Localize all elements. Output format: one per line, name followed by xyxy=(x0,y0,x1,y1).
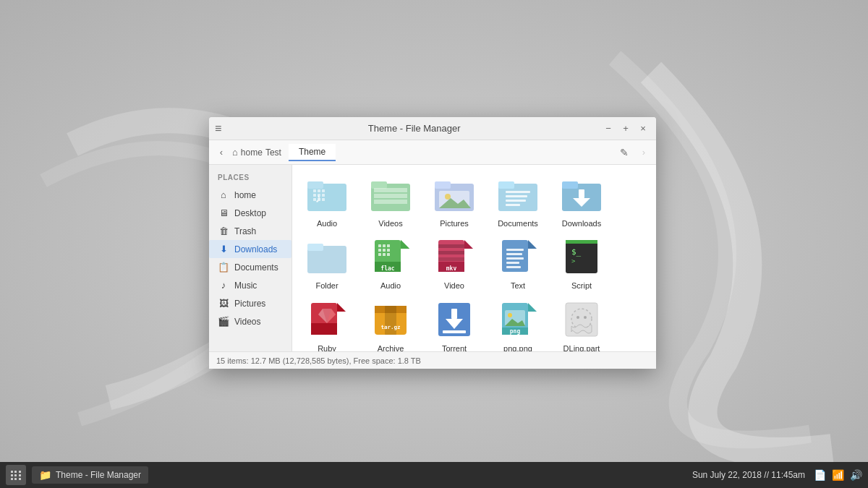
sidebar-item-home[interactable]: ⌂ home xyxy=(209,186,292,204)
downloads-folder-icon xyxy=(562,178,601,213)
svg-rect-47 xyxy=(383,253,386,256)
svg-rect-14 xyxy=(371,181,387,189)
file-item-downloads-folder[interactable]: Downloads xyxy=(550,171,613,233)
svg-rect-8 xyxy=(318,194,320,197)
file-item-png[interactable]: png png.png xyxy=(486,296,550,351)
svg-text:flac: flac xyxy=(380,265,394,272)
sidebar-item-label: Music xyxy=(234,281,257,291)
svg-rect-28 xyxy=(506,204,520,206)
close-button[interactable]: × xyxy=(636,121,650,136)
taskbar-left: 📁 Theme - File Manager xyxy=(6,465,148,485)
breadcrumb-home[interactable]: home xyxy=(241,147,263,158)
documents-folder-icon xyxy=(498,178,537,213)
sidebar-item-label: Downloads xyxy=(234,244,277,254)
sidebar-section-label: PLACES xyxy=(209,171,292,186)
file-label: Audio xyxy=(317,218,337,228)
svg-rect-9 xyxy=(322,194,325,197)
file-item-documents-folder[interactable]: Documents xyxy=(486,171,550,233)
file-label: Videos xyxy=(378,218,402,228)
home-icon: ⌂ xyxy=(218,189,229,200)
home-icon: ⌂ xyxy=(232,147,238,158)
sidebar-item-documents[interactable]: 📋 Documents xyxy=(209,258,292,276)
file-item-audio[interactable]: flac Audio xyxy=(359,233,422,295)
maximize-button[interactable]: + xyxy=(618,121,633,136)
svg-marker-37 xyxy=(401,240,409,249)
svg-rect-78 xyxy=(451,309,457,319)
file-label: Pictures xyxy=(440,218,469,228)
main-content: PLACES ⌂ home 🖥 Desktop 🗑 Trash ⬇ Downlo… xyxy=(209,165,656,351)
archive-file-icon: tar.gz xyxy=(372,301,409,339)
svg-rect-66 xyxy=(566,240,597,244)
file-item-torrent[interactable]: Torrent xyxy=(422,296,486,351)
pictures-icon: 🖼 xyxy=(218,298,229,309)
svg-rect-59 xyxy=(506,253,522,255)
apps-button[interactable] xyxy=(6,465,26,485)
breadcrumb-test[interactable]: Test xyxy=(265,147,281,158)
file-icon: 📄 xyxy=(814,469,826,481)
sidebar-item-music[interactable]: ♪ Music xyxy=(209,276,292,294)
svg-text:png: png xyxy=(510,328,521,335)
taskbar-right: Sun July 22, 2018 // 11:45am 📄 📶 🔊 xyxy=(692,469,862,481)
sidebar-item-downloads[interactable]: ⬇ Downloads xyxy=(209,240,292,258)
sidebar-item-pictures[interactable]: 🖼 Pictures xyxy=(209,294,292,312)
svg-rect-43 xyxy=(378,249,381,252)
svg-rect-19 xyxy=(435,181,451,189)
sidebar-item-videos[interactable]: 🎬 Videos xyxy=(209,312,292,330)
file-item-ruby[interactable]: Ruby xyxy=(295,296,359,351)
file-item-archive[interactable]: tar.gz Archive xyxy=(359,296,422,351)
svg-rect-62 xyxy=(506,266,521,268)
svg-point-90 xyxy=(576,316,579,319)
sidebar-item-label: Trash xyxy=(234,226,256,236)
file-item-part[interactable]: DLing.part xyxy=(550,296,613,351)
file-label: Script xyxy=(571,281,592,291)
taskbar-icons: 📄 📶 🔊 xyxy=(814,469,862,481)
svg-rect-60 xyxy=(506,257,524,260)
file-item-script[interactable]: $_ > Script xyxy=(550,233,613,295)
music-icon: ♪ xyxy=(218,280,229,291)
tab-theme[interactable]: Theme xyxy=(289,144,336,161)
file-label: Torrent xyxy=(442,343,467,351)
folder-icon-sm: 📁 xyxy=(39,469,51,481)
svg-rect-11 xyxy=(318,198,320,201)
file-item-folder[interactable]: Folder xyxy=(295,233,359,295)
svg-rect-61 xyxy=(506,262,519,264)
svg-rect-63 xyxy=(566,240,597,273)
minimize-button[interactable]: − xyxy=(601,121,616,136)
file-item-videos-folder[interactable]: Videos xyxy=(359,171,422,233)
file-label: Archive xyxy=(378,343,404,351)
text-file-icon xyxy=(499,239,537,276)
sidebar-item-trash[interactable]: 🗑 Trash xyxy=(209,222,292,240)
toolbar: ‹ ⌂ home Test Theme ✎ › xyxy=(209,140,656,165)
taskbar-window-button[interactable]: 📁 Theme - File Manager xyxy=(32,466,148,484)
back-button[interactable]: ‹ xyxy=(213,145,229,160)
file-item-video[interactable]: mkv Video xyxy=(422,233,486,295)
audio-file-icon: flac xyxy=(372,239,409,276)
file-label: png.png xyxy=(503,343,532,351)
volume-icon: 🔊 xyxy=(850,469,862,481)
svg-rect-46 xyxy=(378,253,381,256)
svg-rect-69 xyxy=(311,323,337,335)
forward-button[interactable]: › xyxy=(636,145,652,160)
file-label: Text xyxy=(511,281,525,291)
svg-rect-40 xyxy=(378,244,381,247)
svg-text:tar.gz: tar.gz xyxy=(380,324,400,330)
menu-button[interactable]: ≡ xyxy=(215,123,221,134)
audio-folder-icon: ♪ xyxy=(307,178,346,213)
file-label: Documents xyxy=(498,218,538,228)
file-item-audio-folder[interactable]: ♪ Audio xyxy=(295,171,359,233)
svg-rect-41 xyxy=(383,244,386,247)
svg-rect-30 xyxy=(562,181,578,189)
sidebar-item-desktop[interactable]: 🖥 Desktop xyxy=(209,204,292,222)
sidebar-item-label: Videos xyxy=(234,317,260,327)
wifi-icon: 📶 xyxy=(832,469,844,481)
torrent-file-icon xyxy=(435,301,473,339)
taskbar-window-label: Theme - File Manager xyxy=(56,470,141,480)
file-item-pictures-folder[interactable]: Pictures xyxy=(422,171,486,233)
videos-folder-icon xyxy=(371,178,410,213)
downloads-icon: ⬇ xyxy=(218,244,229,254)
svg-rect-17 xyxy=(374,200,407,204)
statusbar: 15 items: 12.7 MB (12,728,585 bytes), Fr… xyxy=(209,351,656,369)
edit-button[interactable]: ✎ xyxy=(616,144,633,161)
svg-rect-80 xyxy=(443,330,466,333)
file-item-text[interactable]: Text xyxy=(486,233,550,295)
